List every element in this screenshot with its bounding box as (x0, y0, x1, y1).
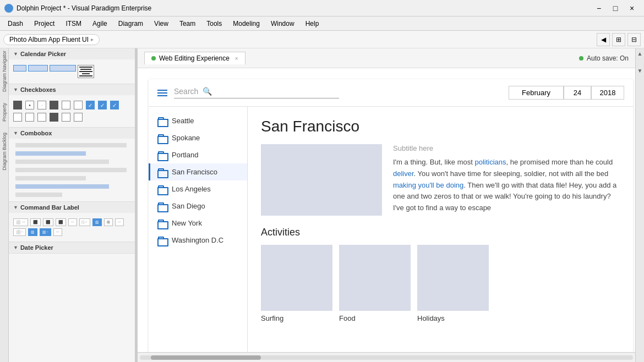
close-button[interactable]: × (624, 3, 640, 14)
nav-ny-label: New York (172, 219, 202, 227)
cal-item-3[interactable] (50, 65, 76, 72)
menu-window[interactable]: Window (265, 19, 300, 29)
activity-photo-holidays (417, 245, 489, 311)
blue-text-2: deliver (393, 169, 414, 178)
cb-filled-2[interactable] (50, 101, 58, 109)
cb-dot-1[interactable]: · (37, 101, 46, 109)
nav-san-diego[interactable]: San Diego (149, 198, 247, 215)
section-date-picker-header[interactable]: ▼ Date Picker (9, 242, 135, 253)
menu-itsm[interactable]: ITSM (60, 19, 87, 29)
tab-close-icon[interactable]: × (235, 56, 238, 62)
cb-empty-1[interactable]: • (25, 101, 34, 109)
menu-dash[interactable]: Dash (2, 19, 29, 29)
combo-row-6[interactable] (15, 184, 109, 189)
cal-item-2[interactable] (28, 65, 48, 72)
cmdbar-item-13[interactable]: ··· (53, 228, 62, 236)
tab-diagram-backlog[interactable]: Diagram Backlog (2, 133, 7, 171)
cmdbar-item-11[interactable]: ▥ (28, 228, 37, 236)
cmdbar-item-8[interactable]: ⊞ (104, 218, 113, 226)
breadcrumb[interactable]: Photo Album App Fluent UI ▸ (3, 34, 100, 45)
cmdbar-item-6[interactable]: □ ·· (79, 218, 90, 226)
cb-filled-3[interactable] (50, 113, 58, 122)
cb-filled-1[interactable] (13, 101, 22, 109)
cmdbar-item-2[interactable]: ⬛ (30, 218, 41, 226)
app-search[interactable]: Search 🔍 (174, 87, 339, 98)
toolbar-btn-3[interactable]: ⊟ (627, 33, 641, 46)
cal-item-1[interactable] (13, 65, 26, 72)
cmdbar-item-1[interactable]: ⬜ ··· (13, 218, 28, 226)
menu-tools[interactable]: Tools (201, 19, 227, 29)
checkboxes-content: • · ✓ ✓ ✓ (9, 95, 135, 127)
section-command-bar-header[interactable]: ▼ Command Bar Label (9, 202, 135, 213)
section-combobox-header[interactable]: ▼ Combobox (9, 128, 135, 139)
combo-row-5[interactable] (15, 176, 86, 180)
menu-modeling[interactable]: Modeling (227, 19, 265, 29)
nav-portland[interactable]: Portland (149, 146, 247, 163)
nav-los-angeles[interactable]: Los Angeles (149, 180, 247, 198)
combo-row-7[interactable] (15, 193, 62, 197)
menu-team[interactable]: Team (174, 19, 201, 29)
cb-checked-2[interactable]: ✓ (98, 101, 107, 109)
combo-row-2[interactable] (15, 151, 86, 156)
cb-checked-1[interactable]: ✓ (86, 101, 95, 109)
cal-item-barcode[interactable] (78, 65, 94, 78)
menu-project[interactable]: Project (29, 19, 60, 29)
cmdbar-item-3[interactable]: ⬛ (43, 218, 53, 226)
section-calendar-picker-header[interactable]: ▼ Calendar Picker (9, 48, 135, 59)
diagram-tab[interactable]: Web Editing Experience × (144, 52, 245, 64)
cmdbar-item-7[interactable]: ▥ (92, 218, 102, 226)
breadcrumb-text: Photo Album App Fluent UI (9, 36, 89, 43)
cb-checked-3[interactable]: ✓ (110, 101, 119, 109)
date-day-field[interactable]: 24 (564, 86, 591, 100)
nav-washington-dc[interactable]: Washington D.C (149, 232, 247, 249)
canvas[interactable]: Search 🔍 February 24 2018 (138, 68, 635, 352)
cmdbar-item-9[interactable]: ··· (115, 218, 124, 226)
cmdbar-item-12[interactable]: ▥·· (40, 228, 51, 236)
date-year-field[interactable]: 2018 (591, 86, 624, 100)
nav-spokane[interactable]: Spokane (149, 129, 247, 146)
folder-icon-spokane (157, 134, 166, 142)
cb-empty-3[interactable] (74, 101, 83, 109)
horizontal-scrollbar[interactable] (140, 355, 633, 360)
cb-empty-6[interactable] (37, 113, 46, 122)
menu-agile[interactable]: Agile (87, 19, 113, 29)
cb-empty-5[interactable] (25, 113, 34, 122)
right-tab-scroll-down[interactable]: ▼ (637, 68, 643, 74)
nav-seattle[interactable]: Seattle (149, 112, 247, 129)
cmdbar-item-5[interactable]: ··· (68, 218, 77, 226)
tab-property[interactable]: Property (2, 103, 7, 122)
expand-arrow-datepicker: ▼ (13, 245, 18, 250)
minimize-button[interactable]: − (591, 3, 607, 14)
expand-arrow-checkboxes: ▼ (13, 87, 18, 92)
date-month-field[interactable]: February (509, 86, 564, 100)
nav-new-york[interactable]: New York (149, 215, 247, 232)
combo-row-4[interactable] (15, 168, 127, 172)
folder-icon-seattle (157, 117, 166, 125)
cb-empty-2[interactable] (62, 101, 70, 109)
maximize-button[interactable]: □ (608, 3, 623, 14)
tab-diagram-navigator[interactable]: Diagram Navigator (2, 51, 7, 92)
hamburger-menu[interactable] (157, 90, 167, 96)
combo-row-1[interactable] (15, 143, 127, 147)
toolbar-btn-2[interactable]: ⊞ (612, 33, 625, 46)
menu-diagram[interactable]: Diagram (113, 19, 149, 29)
activity-label-holidays: Holidays (417, 314, 489, 322)
cmdbar-item-4[interactable]: ⬛ (56, 218, 66, 226)
body-text: I'm a thing. But, like most politicians,… (393, 157, 620, 214)
section-calendar-picker: ▼ Calendar Picker (9, 48, 135, 84)
scrollbar-thumb[interactable] (151, 355, 261, 360)
combo-row-3[interactable] (15, 160, 109, 164)
cmdbar-item-10[interactable]: ⬜·· (13, 228, 26, 236)
cmdbar-grid: ⬜ ··· ⬛ ⬛ ⬛ ··· □ ·· ▥ ⊞ ··· ⬜·· ▥ ▥·· ·… (11, 216, 133, 238)
right-tab-scroll-up[interactable]: ▲ (637, 51, 643, 57)
search-icon[interactable]: 🔍 (203, 87, 212, 96)
toolbar-btn-1[interactable]: ◀ (597, 33, 610, 46)
section-checkboxes-header[interactable]: ▼ Checkboxes (9, 84, 135, 95)
menu-help[interactable]: Help (300, 19, 325, 29)
section-checkboxes: ▼ Checkboxes • · ✓ ✓ ✓ (9, 84, 135, 128)
menu-view[interactable]: View (149, 19, 174, 29)
cb-empty-4[interactable] (13, 113, 22, 122)
cb-empty-8[interactable] (74, 113, 83, 122)
nav-san-francisco[interactable]: San Francisco (149, 163, 247, 180)
cb-empty-7[interactable] (62, 113, 70, 122)
